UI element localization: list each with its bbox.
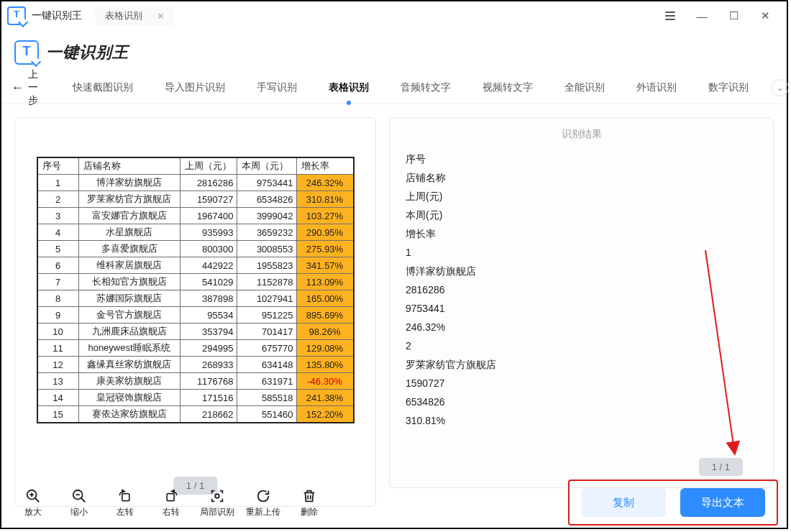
table-row: 6维科家居旗舰店4429221955823341.57%: [37, 257, 354, 274]
copy-button[interactable]: 复制: [581, 488, 666, 517]
action-label: 局部识别: [200, 506, 234, 518]
tab-数字识别[interactable]: 数字识别: [692, 72, 764, 104]
crop-ocr-button[interactable]: 局部识别: [194, 487, 240, 518]
result-panel: 识别结果 序号店铺名称上周(元)本周(元)增长率1博洋家纺旗舰店28162869…: [389, 117, 774, 488]
svg-rect-9: [167, 493, 174, 500]
svg-point-10: [215, 494, 219, 498]
table-row: 2罗莱家纺官方旗舰店15907276534826310.81%: [37, 191, 354, 208]
app-logo-icon: T: [7, 6, 26, 25]
tab-音频转文字[interactable]: 音频转文字: [385, 72, 467, 104]
col-header: 序号: [37, 157, 79, 175]
result-text[interactable]: 序号店铺名称上周(元)本周(元)增长率1博洋家纺旗舰店2816286975344…: [401, 150, 762, 477]
result-pager[interactable]: 1 / 1: [699, 458, 743, 476]
result-line: 序号: [406, 150, 762, 168]
rotate-left-icon: [118, 487, 132, 505]
result-line: 6534826: [406, 393, 762, 411]
result-line: 本周(元): [406, 206, 762, 224]
tab-手写识别[interactable]: 手写识别: [241, 72, 313, 104]
rotate-left-button[interactable]: 左转: [102, 487, 148, 518]
svg-line-2: [35, 497, 40, 502]
result-line: 1: [406, 243, 762, 262]
col-header: 上周（元）: [180, 157, 237, 175]
result-line: 310.81%: [406, 411, 762, 430]
table-row: 14皇冠寝饰旗舰店171516585518241.38%: [37, 390, 354, 406]
table-row: 12鑫缘真丝家纺旗舰店268933634148135.80%: [37, 357, 354, 373]
action-label: 删除: [301, 506, 318, 518]
action-label: 重新上传: [246, 506, 280, 518]
action-label: 左转: [116, 506, 134, 518]
result-title: 识别结果: [401, 128, 762, 141]
result-line: 博洋家纺旗舰店: [406, 262, 762, 280]
result-line: 1590727: [406, 374, 762, 393]
tab-label: 表格识别: [105, 9, 142, 22]
source-table: 序号店铺名称上周（元）本周（元）增长率 1博洋家纺旗舰店281628697534…: [37, 157, 355, 423]
brand-logo-icon: T: [14, 40, 39, 65]
back-label: 上一步: [28, 68, 38, 107]
table-row: 1博洋家纺旗舰店28162869753441246.32%: [37, 175, 354, 191]
table-row: 11honeywest睡眠系统294995675770129.08%: [37, 340, 354, 357]
close-icon[interactable]: ✕: [749, 1, 781, 30]
tab-表格识别[interactable]: 表格识别: [313, 72, 385, 104]
col-header: 增长率: [296, 157, 354, 175]
result-line: 246.32%: [406, 318, 762, 336]
table-row: 4水星旗舰店9359933659232290.95%: [37, 224, 354, 241]
chevron-down-icon: ⌄: [772, 79, 789, 96]
brand-name: 一键识别王: [46, 42, 129, 63]
result-line: 上周(元): [406, 187, 762, 206]
action-label: 缩小: [70, 506, 88, 518]
minimize-icon[interactable]: —: [686, 1, 718, 30]
result-line: 罗莱家纺官方旗舰店: [406, 355, 762, 374]
maximize-icon[interactable]: ☐: [718, 1, 749, 30]
export-button-group: 复制 导出文本: [568, 480, 778, 526]
result-line: 2: [406, 336, 762, 355]
tab-视频转文字[interactable]: 视频转文字: [467, 72, 549, 104]
reupload-button[interactable]: 重新上传: [240, 487, 286, 518]
rotate-right-icon: [164, 487, 178, 505]
back-button[interactable]: ← 上一步: [12, 68, 38, 107]
tab-快速截图识别[interactable]: 快速截图识别: [57, 72, 149, 104]
more-tabs-button[interactable]: ⌄: [764, 72, 791, 104]
zoom-in-icon: [25, 487, 41, 505]
action-label: 右转: [163, 506, 180, 518]
rotate-right-button[interactable]: 右转: [148, 487, 194, 518]
result-line: 2816286: [406, 280, 762, 299]
result-line: 增长率: [406, 224, 762, 243]
col-header: 本周（元）: [237, 157, 296, 175]
table-row: 13康美家纺旗舰店1176768631971-46.30%: [37, 373, 354, 390]
zoom-in-button[interactable]: 放大: [10, 487, 56, 518]
action-label: 放大: [24, 506, 42, 518]
result-line: 店铺名称: [406, 168, 762, 187]
table-row: 10九洲鹿床品旗舰店35379470141798.26%: [37, 324, 354, 340]
app-title: 一键识别王: [32, 9, 82, 22]
crop-ocr-icon: [209, 487, 225, 505]
col-header: 店铺名称: [78, 157, 180, 175]
tab-全能识别[interactable]: 全能识别: [549, 72, 621, 104]
result-line: 9753441: [406, 299, 762, 318]
zoom-out-icon: [71, 487, 87, 505]
arrow-left-icon: ←: [12, 81, 24, 95]
tab-导入图片识别[interactable]: 导入图片识别: [149, 72, 241, 104]
delete-button[interactable]: 删除: [286, 487, 332, 518]
tab-外语识别[interactable]: 外语识别: [621, 72, 692, 104]
close-tab-icon[interactable]: ✕: [157, 11, 165, 22]
source-image-panel: 序号店铺名称上周（元）本周（元）增长率 1博洋家纺旗舰店281628697534…: [14, 117, 376, 507]
zoom-out-button[interactable]: 缩小: [56, 487, 102, 518]
menu-icon[interactable]: [654, 1, 686, 30]
table-row: 8苏娜国际旗舰店3878981027941165.00%: [37, 290, 354, 307]
svg-line-6: [81, 497, 86, 502]
svg-rect-8: [122, 493, 129, 500]
export-text-button[interactable]: 导出文本: [680, 488, 765, 517]
delete-icon: [301, 487, 317, 505]
table-row: 15赛依达家纺旗舰店218662551460152.20%: [37, 406, 354, 423]
table-row: 3富安娜官方旗舰店19674003999042103.27%: [37, 208, 354, 224]
reupload-icon: [255, 487, 271, 505]
document-tab[interactable]: 表格识别 ✕: [95, 6, 175, 26]
table-row: 5多喜爱旗舰店8003003008553275.93%: [37, 241, 354, 257]
table-row: 7长相知官方旗舰店5410291152878113.09%: [37, 274, 354, 290]
table-row: 9金号官方旗舰店95534951225895.69%: [37, 307, 354, 324]
